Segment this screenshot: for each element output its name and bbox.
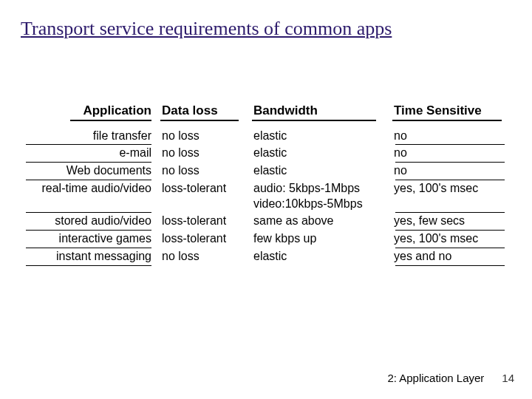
- cell-time: no: [391, 146, 516, 161]
- cell-bw: elastic: [250, 249, 391, 265]
- cell-app: file transfer: [0, 129, 159, 144]
- cell-bw: video:10kbps-5Mbps: [250, 197, 391, 212]
- table-row: video:10kbps-5Mbps: [0, 197, 532, 212]
- cell-app: e-mail: [0, 146, 159, 161]
- cell-time: [391, 197, 516, 212]
- header-underline: [0, 120, 532, 121]
- cell-loss: loss-tolerant: [159, 181, 250, 197]
- cell-loss: no loss: [159, 163, 250, 179]
- table-row: file transfer no loss elastic no: [0, 129, 532, 144]
- table-header-row: Application Data loss Bandwidth Time Sen…: [0, 103, 532, 118]
- cell-app: stored audio/video: [0, 214, 159, 229]
- footer-section: 2: Application Layer: [387, 372, 484, 384]
- header-data-loss: Data loss: [159, 103, 250, 118]
- cell-app: real-time audio/video: [0, 181, 159, 197]
- footer-page-number: 14: [502, 372, 514, 384]
- cell-bw: elastic: [250, 146, 391, 161]
- table-row: stored audio/video loss-tolerant same as…: [0, 214, 532, 229]
- cell-loss: loss-tolerant: [159, 214, 250, 229]
- cell-loss: no loss: [159, 129, 250, 144]
- cell-time: yes, few secs: [391, 214, 516, 229]
- row-underline: [0, 180, 532, 180]
- cell-app: [0, 197, 159, 212]
- cell-app: interactive games: [0, 231, 159, 247]
- table-row: Web documents no loss elastic no: [0, 163, 532, 179]
- cell-loss: [159, 197, 250, 212]
- table-row: interactive games loss-tolerant few kbps…: [0, 231, 532, 247]
- cell-app: instant messaging: [0, 249, 159, 265]
- cell-time: yes, 100's msec: [391, 181, 516, 197]
- table-body: file transfer no loss elastic no e-mail …: [0, 129, 532, 266]
- cell-bw: same as above: [250, 214, 391, 229]
- slide-footer: 2: Application Layer 14: [387, 372, 514, 384]
- cell-time: no: [391, 129, 516, 144]
- cell-time: yes and no: [391, 249, 516, 265]
- header-application: Application: [0, 103, 159, 118]
- cell-loss: loss-tolerant: [159, 231, 250, 247]
- cell-time: no: [391, 163, 516, 179]
- row-underline: [0, 144, 532, 145]
- cell-bw: few kbps up: [250, 231, 391, 247]
- cell-bw: elastic: [250, 129, 391, 144]
- row-underline: [0, 162, 532, 163]
- row-underline: [0, 230, 532, 231]
- table-row: instant messaging no loss elastic yes an…: [0, 249, 532, 265]
- table-row: real-time audio/video loss-tolerant audi…: [0, 181, 532, 197]
- row-underline: [0, 212, 532, 213]
- cell-loss: no loss: [159, 249, 250, 265]
- cell-bw: audio: 5kbps-1Mbps: [250, 181, 391, 197]
- cell-app: Web documents: [0, 163, 159, 179]
- header-bandwidth: Bandwidth: [250, 103, 391, 118]
- header-time-sensitive: Time Sensitive: [391, 103, 516, 118]
- cell-bw: elastic: [250, 163, 391, 179]
- table-row: e-mail no loss elastic no: [0, 146, 532, 161]
- row-underline: [0, 265, 532, 266]
- cell-time: yes, 100's msec: [391, 231, 516, 247]
- row-underline: [0, 248, 532, 248]
- slide-title: Transport service requirements of common…: [0, 0, 532, 46]
- cell-loss: no loss: [159, 146, 250, 161]
- requirements-table: Application Data loss Bandwidth Time Sen…: [0, 103, 532, 267]
